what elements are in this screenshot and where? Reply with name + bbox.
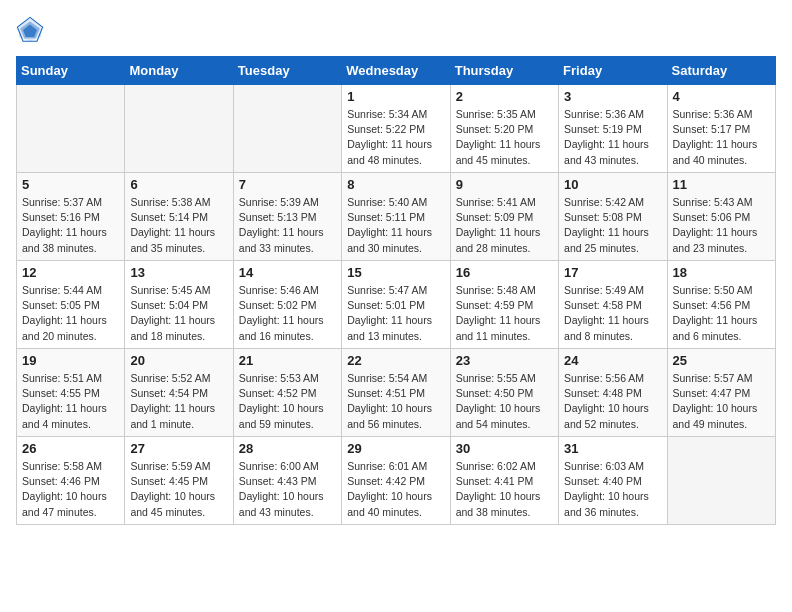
calendar-cell: 19Sunrise: 5:51 AMSunset: 4:55 PMDayligh… (17, 349, 125, 437)
cell-text: Sunrise: 6:03 AMSunset: 4:40 PMDaylight:… (564, 459, 661, 520)
logo-icon (16, 16, 44, 44)
page-header (16, 16, 776, 44)
day-number: 12 (22, 265, 119, 280)
day-number: 4 (673, 89, 770, 104)
cell-text: Sunrise: 5:49 AMSunset: 4:58 PMDaylight:… (564, 283, 661, 344)
week-row-1: 1Sunrise: 5:34 AMSunset: 5:22 PMDaylight… (17, 85, 776, 173)
cell-text: Sunrise: 5:57 AMSunset: 4:47 PMDaylight:… (673, 371, 770, 432)
calendar-cell (233, 85, 341, 173)
calendar-cell: 13Sunrise: 5:45 AMSunset: 5:04 PMDayligh… (125, 261, 233, 349)
calendar-cell: 4Sunrise: 5:36 AMSunset: 5:17 PMDaylight… (667, 85, 775, 173)
calendar-cell (125, 85, 233, 173)
calendar-cell: 21Sunrise: 5:53 AMSunset: 4:52 PMDayligh… (233, 349, 341, 437)
cell-text: Sunrise: 6:02 AMSunset: 4:41 PMDaylight:… (456, 459, 553, 520)
calendar-cell: 17Sunrise: 5:49 AMSunset: 4:58 PMDayligh… (559, 261, 667, 349)
cell-text: Sunrise: 5:45 AMSunset: 5:04 PMDaylight:… (130, 283, 227, 344)
col-header-sunday: Sunday (17, 57, 125, 85)
day-number: 23 (456, 353, 553, 368)
week-row-5: 26Sunrise: 5:58 AMSunset: 4:46 PMDayligh… (17, 437, 776, 525)
calendar-table: SundayMondayTuesdayWednesdayThursdayFrid… (16, 56, 776, 525)
col-header-thursday: Thursday (450, 57, 558, 85)
day-number: 17 (564, 265, 661, 280)
calendar-cell: 3Sunrise: 5:36 AMSunset: 5:19 PMDaylight… (559, 85, 667, 173)
cell-text: Sunrise: 5:44 AMSunset: 5:05 PMDaylight:… (22, 283, 119, 344)
calendar-cell: 23Sunrise: 5:55 AMSunset: 4:50 PMDayligh… (450, 349, 558, 437)
day-number: 22 (347, 353, 444, 368)
calendar-cell (17, 85, 125, 173)
calendar-cell: 6Sunrise: 5:38 AMSunset: 5:14 PMDaylight… (125, 173, 233, 261)
col-header-friday: Friday (559, 57, 667, 85)
cell-text: Sunrise: 5:43 AMSunset: 5:06 PMDaylight:… (673, 195, 770, 256)
cell-text: Sunrise: 5:35 AMSunset: 5:20 PMDaylight:… (456, 107, 553, 168)
calendar-cell (667, 437, 775, 525)
calendar-cell: 20Sunrise: 5:52 AMSunset: 4:54 PMDayligh… (125, 349, 233, 437)
cell-text: Sunrise: 5:58 AMSunset: 4:46 PMDaylight:… (22, 459, 119, 520)
calendar-cell: 8Sunrise: 5:40 AMSunset: 5:11 PMDaylight… (342, 173, 450, 261)
col-header-tuesday: Tuesday (233, 57, 341, 85)
day-number: 21 (239, 353, 336, 368)
cell-text: Sunrise: 5:38 AMSunset: 5:14 PMDaylight:… (130, 195, 227, 256)
day-number: 29 (347, 441, 444, 456)
calendar-cell: 1Sunrise: 5:34 AMSunset: 5:22 PMDaylight… (342, 85, 450, 173)
calendar-cell: 28Sunrise: 6:00 AMSunset: 4:43 PMDayligh… (233, 437, 341, 525)
day-number: 9 (456, 177, 553, 192)
calendar-cell: 31Sunrise: 6:03 AMSunset: 4:40 PMDayligh… (559, 437, 667, 525)
calendar-cell: 26Sunrise: 5:58 AMSunset: 4:46 PMDayligh… (17, 437, 125, 525)
week-row-2: 5Sunrise: 5:37 AMSunset: 5:16 PMDaylight… (17, 173, 776, 261)
day-number: 27 (130, 441, 227, 456)
calendar-cell: 30Sunrise: 6:02 AMSunset: 4:41 PMDayligh… (450, 437, 558, 525)
cell-text: Sunrise: 5:52 AMSunset: 4:54 PMDaylight:… (130, 371, 227, 432)
day-number: 10 (564, 177, 661, 192)
cell-text: Sunrise: 5:40 AMSunset: 5:11 PMDaylight:… (347, 195, 444, 256)
cell-text: Sunrise: 5:54 AMSunset: 4:51 PMDaylight:… (347, 371, 444, 432)
day-number: 16 (456, 265, 553, 280)
cell-text: Sunrise: 5:50 AMSunset: 4:56 PMDaylight:… (673, 283, 770, 344)
day-number: 8 (347, 177, 444, 192)
calendar-cell: 29Sunrise: 6:01 AMSunset: 4:42 PMDayligh… (342, 437, 450, 525)
day-number: 5 (22, 177, 119, 192)
cell-text: Sunrise: 5:42 AMSunset: 5:08 PMDaylight:… (564, 195, 661, 256)
cell-text: Sunrise: 5:36 AMSunset: 5:19 PMDaylight:… (564, 107, 661, 168)
cell-text: Sunrise: 5:55 AMSunset: 4:50 PMDaylight:… (456, 371, 553, 432)
day-number: 2 (456, 89, 553, 104)
day-number: 18 (673, 265, 770, 280)
day-number: 19 (22, 353, 119, 368)
calendar-cell: 22Sunrise: 5:54 AMSunset: 4:51 PMDayligh… (342, 349, 450, 437)
cell-text: Sunrise: 5:53 AMSunset: 4:52 PMDaylight:… (239, 371, 336, 432)
calendar-cell: 27Sunrise: 5:59 AMSunset: 4:45 PMDayligh… (125, 437, 233, 525)
calendar-cell: 7Sunrise: 5:39 AMSunset: 5:13 PMDaylight… (233, 173, 341, 261)
cell-text: Sunrise: 5:36 AMSunset: 5:17 PMDaylight:… (673, 107, 770, 168)
cell-text: Sunrise: 5:56 AMSunset: 4:48 PMDaylight:… (564, 371, 661, 432)
col-header-wednesday: Wednesday (342, 57, 450, 85)
cell-text: Sunrise: 5:41 AMSunset: 5:09 PMDaylight:… (456, 195, 553, 256)
header-row: SundayMondayTuesdayWednesdayThursdayFrid… (17, 57, 776, 85)
logo (16, 16, 48, 44)
day-number: 26 (22, 441, 119, 456)
calendar-cell: 10Sunrise: 5:42 AMSunset: 5:08 PMDayligh… (559, 173, 667, 261)
cell-text: Sunrise: 5:48 AMSunset: 4:59 PMDaylight:… (456, 283, 553, 344)
week-row-3: 12Sunrise: 5:44 AMSunset: 5:05 PMDayligh… (17, 261, 776, 349)
cell-text: Sunrise: 6:01 AMSunset: 4:42 PMDaylight:… (347, 459, 444, 520)
week-row-4: 19Sunrise: 5:51 AMSunset: 4:55 PMDayligh… (17, 349, 776, 437)
calendar-cell: 25Sunrise: 5:57 AMSunset: 4:47 PMDayligh… (667, 349, 775, 437)
cell-text: Sunrise: 5:59 AMSunset: 4:45 PMDaylight:… (130, 459, 227, 520)
calendar-cell: 11Sunrise: 5:43 AMSunset: 5:06 PMDayligh… (667, 173, 775, 261)
cell-text: Sunrise: 5:39 AMSunset: 5:13 PMDaylight:… (239, 195, 336, 256)
cell-text: Sunrise: 5:37 AMSunset: 5:16 PMDaylight:… (22, 195, 119, 256)
cell-text: Sunrise: 5:34 AMSunset: 5:22 PMDaylight:… (347, 107, 444, 168)
cell-text: Sunrise: 5:47 AMSunset: 5:01 PMDaylight:… (347, 283, 444, 344)
day-number: 11 (673, 177, 770, 192)
day-number: 25 (673, 353, 770, 368)
day-number: 31 (564, 441, 661, 456)
cell-text: Sunrise: 6:00 AMSunset: 4:43 PMDaylight:… (239, 459, 336, 520)
day-number: 24 (564, 353, 661, 368)
cell-text: Sunrise: 5:46 AMSunset: 5:02 PMDaylight:… (239, 283, 336, 344)
calendar-cell: 16Sunrise: 5:48 AMSunset: 4:59 PMDayligh… (450, 261, 558, 349)
calendar-cell: 24Sunrise: 5:56 AMSunset: 4:48 PMDayligh… (559, 349, 667, 437)
day-number: 20 (130, 353, 227, 368)
day-number: 3 (564, 89, 661, 104)
calendar-cell: 2Sunrise: 5:35 AMSunset: 5:20 PMDaylight… (450, 85, 558, 173)
day-number: 15 (347, 265, 444, 280)
calendar-cell: 5Sunrise: 5:37 AMSunset: 5:16 PMDaylight… (17, 173, 125, 261)
calendar-cell: 15Sunrise: 5:47 AMSunset: 5:01 PMDayligh… (342, 261, 450, 349)
